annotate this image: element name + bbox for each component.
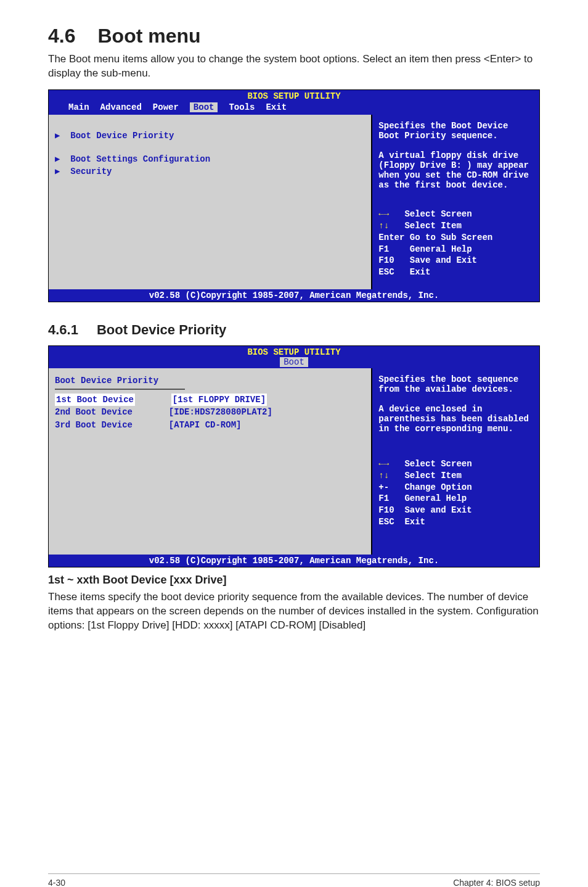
bios-screen-boot-device-priority: BIOS SETUP UTILITY Boot Boot Device Prio… (48, 345, 540, 567)
intro-paragraph: The Boot menu items allow you to change … (48, 52, 540, 81)
menu-item-security: ▶ Security (55, 165, 365, 178)
tab-boot: Boot (280, 357, 308, 367)
tab-power: Power (148, 102, 184, 113)
boot-device-row: 2nd Boot Device [IDE:HDS728080PLAT2] (55, 406, 365, 418)
tab-advanced: Advanced (96, 102, 147, 113)
subsection-title: Boot Device Priority (97, 322, 226, 337)
divider (55, 389, 185, 390)
menu-item-boot-settings-config: ▶ Boot Settings Configuration (55, 153, 365, 165)
subsection-heading: 4.6.1Boot Device Priority (48, 322, 540, 338)
menu-item-boot-device-priority: ▶ Boot Device Priority (55, 130, 365, 142)
section-heading: 4.6Boot menu (48, 25, 540, 47)
bios-help-pane: Specifies the boot sequence from the ava… (372, 368, 539, 555)
bios-menu-pane: Boot Device Priority 1st Boot Device [1s… (49, 368, 372, 555)
bios-menu-pane: ▶ Boot Device Priority ▶ Boot Settings C… (49, 115, 372, 289)
arrows-lr-icon: ←→ (378, 209, 389, 219)
arrows-ud-icon: ↑↓ (378, 471, 389, 481)
pane-header: Boot Device Priority (55, 374, 365, 387)
boot-device-row: 3rd Boot Device [ATAPI CD-ROM] (55, 419, 365, 431)
chapter-label: Chapter 4: BIOS setup (453, 878, 540, 887)
bios-tab-bar: Main Advanced Power Boot Tools Exit (49, 101, 405, 115)
bios-screen-boot-menu: BIOS SETUP UTILITY Main Advanced Power B… (48, 89, 540, 302)
tab-exit: Exit (261, 102, 292, 113)
help-text-1: Specifies the Boot Device Boot Priority … (378, 121, 533, 141)
tab-tools: Tools (224, 102, 259, 113)
section-title: Boot menu (97, 25, 200, 47)
item-body: These items specify the boot device prio… (48, 590, 540, 633)
legend-block: ←→ Select Screen ↑↓ Select Item Enter Go… (378, 208, 533, 278)
bios-help-pane: Specifies the Boot Device Boot Priority … (372, 115, 539, 289)
section-number: 4.6 (48, 25, 75, 47)
page-footer: 4-30 Chapter 4: BIOS setup (48, 873, 540, 887)
boot-device-row: 1st Boot Device [1st FLOPPY DRIVE] (55, 394, 365, 406)
bios-title: BIOS SETUP UTILITY (49, 346, 539, 357)
help-text: Specifies the boot sequence from the ava… (378, 374, 533, 434)
arrows-lr-icon: ←→ (378, 459, 389, 469)
arrows-ud-icon: ↑↓ (378, 221, 389, 231)
bios-title: BIOS SETUP UTILITY (49, 90, 539, 101)
bios-footer: v02.58 (C)Copyright 1985-2007, American … (49, 555, 539, 567)
tab-main: Main (63, 102, 94, 113)
item-heading: 1st ~ xxth Boot Device [xxx Drive] (48, 574, 540, 587)
help-text-2: A virtual floppy disk drive (Floppy Driv… (378, 151, 533, 190)
page-number: 4-30 (48, 878, 65, 887)
bios-footer: v02.58 (C)Copyright 1985-2007, American … (49, 289, 539, 302)
bios-tab-bar: Boot (49, 357, 539, 368)
legend-block: ←→ Select Screen ↑↓ Select Item +- Chang… (378, 458, 533, 528)
subsection-number: 4.6.1 (48, 322, 78, 338)
tab-boot: Boot (185, 102, 223, 113)
